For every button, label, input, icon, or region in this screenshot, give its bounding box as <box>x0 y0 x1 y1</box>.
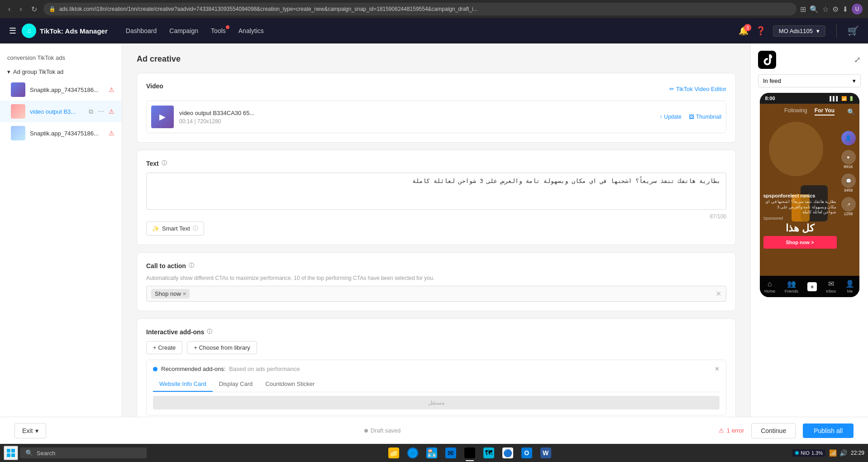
exit-chevron: ▾ <box>35 427 38 434</box>
phone-sponsored: Sponsored <box>763 216 837 221</box>
app-active-indicator <box>466 460 474 461</box>
download-icon[interactable]: ⬇ <box>842 5 848 14</box>
copy-icon[interactable]: ⧉ <box>89 108 93 116</box>
sidebar-item-2[interactable]: video output B3... ⧉ ⋯ ⚠ <box>0 101 122 122</box>
phone-shares-count: 1256 <box>841 212 856 216</box>
cta-search-input[interactable] <box>190 289 715 298</box>
phone-nav-friends[interactable]: 👥 Friends <box>785 279 798 294</box>
taskbar-app-store[interactable]: 🏪 <box>423 444 441 462</box>
phone-comment-icon: 💬 <box>841 173 856 188</box>
video-editor-link[interactable]: ✏ TikTok Video Editor <box>669 86 726 92</box>
taskbar-app-mail[interactable]: ✉ <box>442 444 460 462</box>
bookmark-icon[interactable]: ☆ <box>822 5 829 14</box>
phone-cta-btn[interactable]: Shop now > <box>763 236 837 249</box>
ad-text-input[interactable] <box>146 173 726 210</box>
taskbar-app-tiktok[interactable]: ♫ <box>461 444 479 462</box>
update-btn[interactable]: ↑ Update <box>659 114 682 120</box>
start-button[interactable] <box>4 446 18 460</box>
inbox-icon: ✉ <box>828 279 834 288</box>
publish-all-btn[interactable]: Publish all <box>803 424 854 438</box>
nav-refresh-btn[interactable]: ↻ <box>29 3 40 15</box>
tab-website-info[interactable]: Website Info Card <box>153 377 213 392</box>
tab-countdown[interactable]: Countdown Sticker <box>259 377 321 392</box>
url-bar[interactable]: 🔒 ads.tiktok.com/i18n/creation/1nn/creat… <box>43 3 796 15</box>
nav-dashboard[interactable]: Dashboard <box>126 27 157 34</box>
tab-display-card[interactable]: Display Card <box>213 377 259 392</box>
store-icon: 🏪 <box>426 448 437 458</box>
taskbar-app-maps[interactable]: 🗺 <box>480 444 498 462</box>
sidebar-item-3-text: Snaptik.app_743475186... <box>30 130 104 137</box>
phone-comments-count: 3456 <box>841 188 856 192</box>
account-btn[interactable]: MO Ads1105 ▾ <box>773 25 825 37</box>
phone-description: بطارية هاتفك تنفذ سريعاً؟ اشحنها في اي م… <box>763 199 837 215</box>
recommended-close[interactable]: ✕ <box>715 366 720 372</box>
continue-btn[interactable]: Continue <box>751 423 796 438</box>
taskbar-app-explorer[interactable]: 📁 <box>385 444 403 462</box>
hamburger-btn[interactable]: ☰ <box>9 26 16 36</box>
app-header: ☰ ♫ TikTok: Ads Manager Dashboard Campai… <box>0 18 868 43</box>
nav-campaign[interactable]: Campaign <box>169 27 198 34</box>
sidebar-thumb-2 <box>11 104 25 119</box>
header-divider <box>836 24 837 38</box>
video-thumbnail: ▶ <box>151 106 174 128</box>
video-editor-icon: ✏ <box>669 86 674 92</box>
create-addon-btn[interactable]: + Create <box>146 341 182 354</box>
extensions-btn[interactable]: ⚙ <box>832 5 839 14</box>
cta-tag-remove[interactable]: × <box>183 290 186 297</box>
taskbar-app-word[interactable]: W <box>537 444 555 462</box>
thumbnail-btn[interactable]: 🖼 Thumbnail <box>689 114 721 120</box>
taskbar-search[interactable]: 🔍 Search <box>20 448 147 458</box>
error-icon: ⚠ <box>719 427 724 434</box>
exit-btn[interactable]: Exit ▾ <box>14 423 46 438</box>
help-btn[interactable]: ❓ <box>756 26 766 36</box>
add-icon: + <box>807 282 816 291</box>
nav-forward-btn[interactable]: › <box>17 3 24 15</box>
phone-nav-home[interactable]: ⌂ Home <box>764 280 775 294</box>
nav-tools[interactable]: Tools <box>211 27 226 34</box>
preview-expand-btn[interactable]: ⤢ <box>854 55 861 65</box>
nav-back-btn[interactable]: ‹ <box>5 3 13 15</box>
logo-circle: ♫ <box>22 24 36 38</box>
sidebar-group-label[interactable]: ▾ Ad group TikTok ad <box>0 65 122 79</box>
placement-value: In feed <box>763 77 781 84</box>
recommended-sub: Based on ads performance <box>229 366 300 372</box>
zoom-icon[interactable]: 🔍 <box>810 5 819 14</box>
logo-text: ♫ <box>27 27 32 34</box>
warning-icon-2: ⚠ <box>109 108 114 115</box>
draft-dot <box>364 429 368 433</box>
taskbar-app-outlook[interactable]: O <box>518 444 536 462</box>
friends-icon: 👥 <box>787 279 796 288</box>
placement-select[interactable]: In feed ▾ <box>758 74 861 87</box>
system-tray: 📶 🔊 <box>829 449 847 457</box>
sidebar-thumb-1 <box>11 82 25 97</box>
text-area-wrap: 87/100 <box>146 173 726 221</box>
sidebar-item-3[interactable]: Snaptik.app_743475186... ⚠ <box>0 122 122 144</box>
phone-nav-me[interactable]: 👤 Me <box>845 279 854 294</box>
video-actions: ↑ Update 🖼 Thumbnail <box>659 114 721 120</box>
char-count: 87/100 <box>146 212 726 221</box>
more-icon[interactable]: ⋯ <box>98 108 104 115</box>
addon-tabs: Website Info Card Display Card Countdown… <box>153 377 720 392</box>
phone-status-icons: ▌▌▌ 📶 🔋 <box>830 96 854 101</box>
addons-card: Interactive add-ons ⓘ + Create + Choose … <box>137 318 736 425</box>
profile-icon[interactable]: U <box>852 4 863 14</box>
phone-nav-add[interactable]: + <box>807 282 816 291</box>
phone-big-text: كل هذا <box>763 222 837 234</box>
nav-analytics[interactable]: Analytics <box>238 27 264 34</box>
cta-clear-icon[interactable]: ✕ <box>715 289 721 298</box>
sidebar-item-1[interactable]: Snaptik.app_743475186... ⚠ <box>0 79 122 101</box>
phone-heart-action: ♥ 991K <box>841 150 856 169</box>
placement-chevron: ▾ <box>853 77 856 84</box>
home-icon: ⌂ <box>768 280 772 288</box>
phone-nav-inbox[interactable]: ✉ Inbox <box>826 279 836 294</box>
phone-mockup: 8:00 ▌▌▌ 📶 🔋 Following For You 🔍 👤 <box>760 93 859 297</box>
smart-text-btn[interactable]: ✨ Smart Text ⓘ <box>146 221 204 236</box>
notification-btn[interactable]: 🔔 3 <box>739 26 749 36</box>
cart-icon[interactable]: 🛒 <box>848 25 859 36</box>
clock-time: 22:29 <box>851 450 864 456</box>
taskbar-app-edge[interactable]: 🌐 <box>404 444 422 462</box>
thumbnail-icon: 🖼 <box>689 114 694 120</box>
choose-from-library-btn[interactable]: + Choose from library <box>187 341 257 354</box>
extensions-icon[interactable]: ⊞ <box>800 5 806 14</box>
taskbar-app-chrome[interactable]: 🔵 <box>499 444 517 462</box>
